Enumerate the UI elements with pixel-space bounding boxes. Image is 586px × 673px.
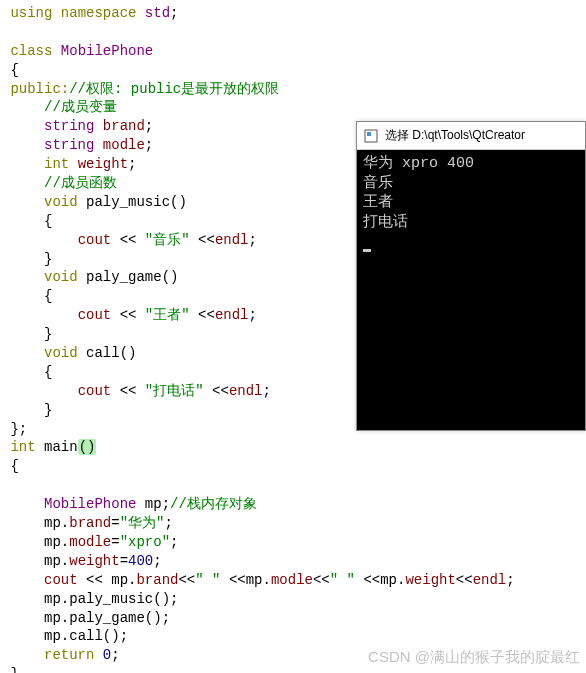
code-line — [2, 23, 584, 42]
console-title: 选择 D:\qt\Tools\QtCreator — [385, 127, 525, 144]
code-line: class MobilePhone — [2, 42, 584, 61]
code-line: MobilePhone mp;//栈内存对象 — [2, 495, 584, 514]
code-line: cout << mp.brand<<" " <<mp.modle<<" " <<… — [2, 571, 584, 590]
console-window[interactable]: 选择 D:\qt\Tools\QtCreator 华为 xpro 400 音乐 … — [356, 121, 586, 431]
cursor — [363, 249, 371, 252]
code-line: mp.paly_game(); — [2, 609, 584, 628]
code-line — [2, 476, 584, 495]
code-line: int main() — [2, 438, 584, 457]
code-line: //成员变量 — [2, 98, 584, 117]
code-line: } — [2, 665, 584, 673]
app-icon — [363, 128, 379, 144]
code-line: mp.brand="华为"; — [2, 514, 584, 533]
console-output[interactable]: 华为 xpro 400 音乐 王者 打电话 — [357, 150, 585, 430]
code-line: mp.weight=400; — [2, 552, 584, 571]
code-line: mp.paly_music(); — [2, 590, 584, 609]
code-line: using namespace std; — [2, 4, 584, 23]
titlebar[interactable]: 选择 D:\qt\Tools\QtCreator — [357, 122, 585, 150]
code-line: { — [2, 61, 584, 80]
code-line: mp.call(); — [2, 627, 584, 646]
code-line: mp.modle="xpro"; — [2, 533, 584, 552]
code-line: public://权限: public是最开放的权限 — [2, 80, 584, 99]
svg-rect-1 — [367, 132, 371, 136]
code-line: { — [2, 457, 584, 476]
code-line: return 0; — [2, 646, 584, 665]
